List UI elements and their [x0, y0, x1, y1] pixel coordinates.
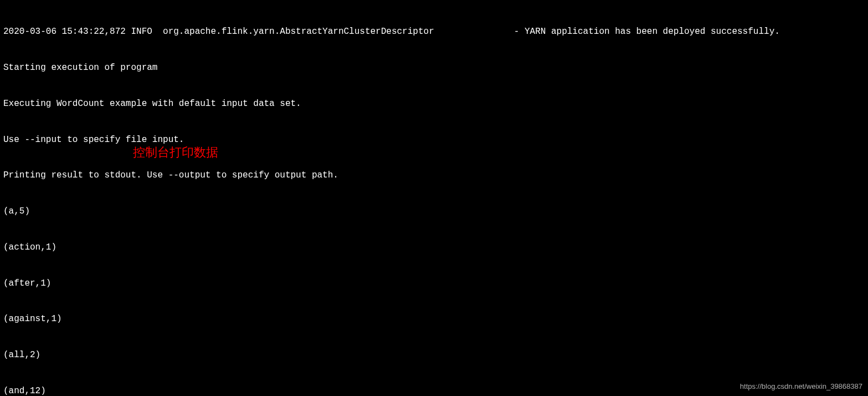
log-line-start: Starting execution of program — [3, 62, 865, 74]
watermark-text: https://blog.csdn.net/weixin_39868387 — [740, 382, 862, 392]
log-line-info: 2020-03-06 15:43:22,872 INFO org.apache.… — [3, 26, 865, 38]
result-line: (after,1) — [3, 278, 865, 290]
log-line-output-hint: Printing result to stdout. Use --output … — [3, 170, 865, 182]
terminal-output: 2020-03-06 15:43:22,872 INFO org.apache.… — [3, 2, 865, 396]
result-line: (action,1) — [3, 242, 865, 254]
annotation-label: 控制台打印数据 — [133, 144, 218, 161]
result-line: (and,12) — [3, 385, 865, 396]
log-line-executing: Executing WordCount example with default… — [3, 98, 865, 110]
result-line: (all,2) — [3, 349, 865, 362]
result-line: (against,1) — [3, 313, 865, 326]
result-line: (a,5) — [3, 206, 865, 218]
